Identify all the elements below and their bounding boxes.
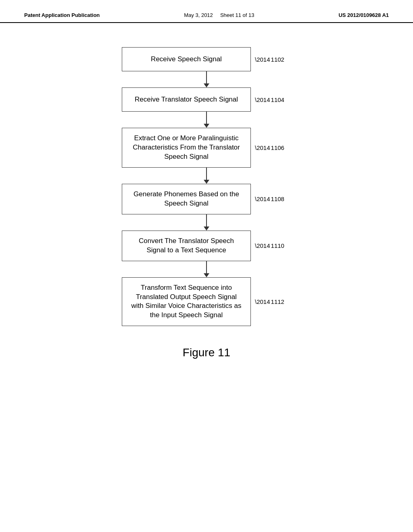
arrow-1106-1108	[142, 168, 271, 184]
header-date-sheet: May 3, 2012 Sheet 11 of 13	[184, 12, 254, 18]
step-row-1108: Generate Phonemes Based on the Speech Si…	[122, 184, 291, 214]
step-row-1104: Receive Translator Speech Signal 1104	[122, 87, 291, 112]
flow-box-1102: Receive Speech Signal	[122, 47, 251, 71]
arrow-1102-1104	[142, 71, 271, 87]
step-label-1102: 1102	[255, 56, 284, 63]
step-row-1102: Receive Speech Signal 1102	[122, 47, 291, 71]
arrow-head	[204, 180, 209, 184]
arrow-line	[206, 214, 207, 227]
arrow-1104-1106	[142, 112, 271, 128]
flowchart: Receive Speech Signal 1102 Receive Trans…	[122, 47, 291, 326]
step-row-1106: Extract One or More Paralinguistic Chara…	[122, 128, 291, 168]
header-sheet: Sheet 11 of 13	[220, 12, 254, 18]
arrow-head	[204, 124, 209, 128]
step-row-1110: Convert The Translator Speech Signal to …	[122, 231, 291, 261]
arrow-line	[206, 168, 207, 180]
arrow-head	[204, 273, 209, 277]
main-content: Receive Speech Signal 1102 Receive Trans…	[0, 23, 413, 375]
arrow-head	[204, 227, 209, 231]
arrow-line	[206, 71, 207, 83]
step-label-1110: 1110	[255, 242, 284, 249]
step-label-1104: 1104	[255, 96, 284, 103]
header-patent-number: US 2012/0109628 A1	[338, 12, 389, 18]
page-header: Patent Application Publication May 3, 20…	[0, 0, 413, 23]
step-label-1106: 1106	[255, 144, 284, 151]
step-label-1112: 1112	[255, 298, 284, 305]
flow-box-1104: Receive Translator Speech Signal	[122, 87, 251, 112]
step-row-1112: Transform Text Sequence into Translated …	[122, 277, 291, 326]
flow-box-1108: Generate Phonemes Based on the Speech Si…	[122, 184, 251, 214]
arrow-line	[206, 261, 207, 273]
step-label-1108: 1108	[255, 195, 284, 202]
header-publication-label: Patent Application Publication	[24, 12, 100, 18]
flow-box-1110: Convert The Translator Speech Signal to …	[122, 231, 251, 261]
figure-caption: Figure 11	[183, 346, 230, 359]
flow-box-1106: Extract One or More Paralinguistic Chara…	[122, 128, 251, 168]
arrow-1108-1110	[142, 214, 271, 231]
arrow-1110-1112	[142, 261, 271, 277]
arrow-head	[204, 83, 209, 87]
arrow-line	[206, 112, 207, 124]
header-date: May 3, 2012	[184, 12, 213, 18]
flow-box-1112: Transform Text Sequence into Translated …	[122, 277, 251, 326]
